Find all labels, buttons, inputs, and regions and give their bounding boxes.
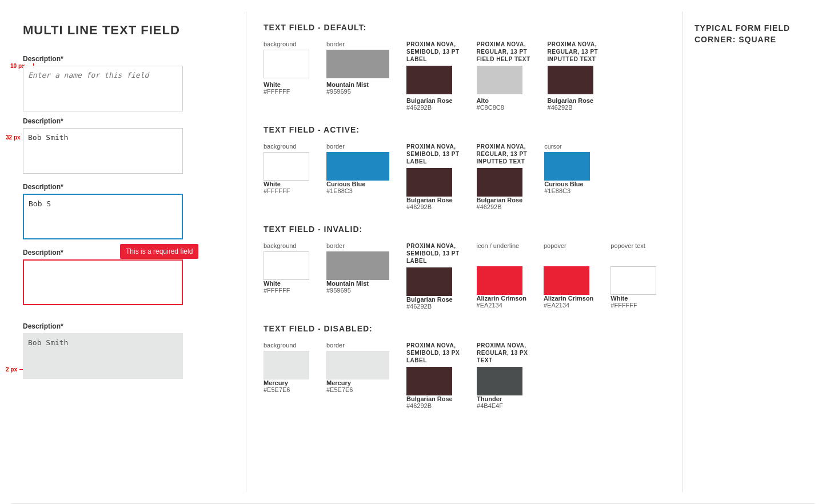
- field-default: Description*: [23, 55, 223, 111]
- invalid-icon-col: icon / underline Alizarin Crimson #EA213…: [477, 242, 526, 309]
- active-cursor-col: cursor Curious Blue #1E88C3: [544, 143, 590, 194]
- active-cursor-swatch: [544, 152, 590, 181]
- invalid-border-swatch: [326, 251, 389, 280]
- field-error-input[interactable]: [23, 259, 183, 305]
- invalid-bg-col: background White #FFFFFF: [264, 242, 309, 294]
- invalid-bg-swatch: [264, 251, 309, 280]
- corner-info-title: TYPICAL FORM FIELD CORNER: SQUARE: [695, 23, 815, 45]
- active-border-swatch: [326, 152, 389, 181]
- page-title: MULTI LINE TEXT FIELD: [23, 23, 223, 38]
- annotation-2px-label: 2 px: [6, 366, 17, 373]
- error-tooltip: This is a required field: [120, 244, 198, 259]
- default-label-typo: PROXIMA NOVA,SEMIBOLD, 13 PTlabel Bulgar…: [406, 41, 460, 111]
- active-border-col: border Curious Blue #1E88C3: [326, 143, 389, 194]
- section-active-title: TEXT FIELD - ACTIVE:: [264, 125, 665, 134]
- field-filled: Description* Bob Smith: [23, 117, 223, 174]
- field-filled-label: Description*: [23, 117, 223, 125]
- field-error: Description* This is a required field !: [23, 249, 223, 305]
- field-active: Description* Bob S: [23, 183, 223, 239]
- section-disabled-title: TEXT FIELD - DISABLED:: [264, 324, 665, 333]
- default-help-swatch: [477, 66, 522, 94]
- disabled-label-typo-desc: PROXIMA NOVA,SEMIBOLD, 13 PXlabel: [406, 342, 460, 364]
- field-filled-input[interactable]: Bob Smith: [23, 128, 183, 174]
- main-content: MULTI LINE TEXT FIELD 10 px Description*…: [0, 0, 826, 503]
- invalid-popover-text-swatch: [610, 266, 656, 295]
- active-label-swatch: [406, 168, 452, 197]
- active-input-swatch: [477, 168, 522, 197]
- active-bg-swatch: [264, 152, 309, 181]
- invalid-label-typo: PROXIMA NOVA,SEMIBOLD, 13 PTlabel Bulgar…: [406, 242, 460, 310]
- invalid-popover-text-col: popover text White #FFFFFF: [610, 242, 656, 309]
- disabled-text-swatch: [477, 367, 522, 395]
- disabled-bg-col: background Mercury #E5E7E6: [264, 342, 309, 393]
- left-panel: MULTI LINE TEXT FIELD 10 px Description*…: [0, 11, 246, 492]
- invalid-popover-swatch: [544, 266, 589, 295]
- field-default-input[interactable]: [23, 66, 183, 111]
- field-disabled-input: Bob Smith: [23, 333, 183, 379]
- active-label-typo-desc: PROXIMA NOVA,SEMIBOLD, 13 PTlabel: [406, 143, 460, 165]
- default-bg-swatch: [264, 50, 309, 78]
- annotation-32px-label: 32 px: [6, 134, 21, 141]
- default-input-typo: PROXIMA NOVA,REGULAR, 13 PTinputted text…: [548, 41, 598, 111]
- disabled-label-swatch: [406, 367, 452, 395]
- default-label-swatch: [406, 66, 452, 94]
- disabled-text-typo: PROXIMA NOVA,REGULAR, 13 PXtext Thunder …: [477, 342, 528, 409]
- disabled-label-typo: PROXIMA NOVA,SEMIBOLD, 13 PXlabel Bulgar…: [406, 342, 460, 409]
- disabled-text-typo-desc: PROXIMA NOVA,REGULAR, 13 PXtext: [477, 342, 528, 364]
- active-bg-col: background White #FFFFFF: [264, 143, 309, 194]
- invalid-label-swatch: [406, 267, 452, 296]
- active-input-typo-desc: PROXIMA NOVA,REGULAR, 13 PTinputted text: [477, 143, 528, 165]
- section-active: TEXT FIELD - ACTIVE: background White #F…: [264, 125, 665, 210]
- default-input-swatch: [548, 66, 593, 94]
- disabled-bg-swatch: [264, 351, 309, 379]
- field-disabled: Description* Bob Smith: [23, 322, 223, 379]
- page: MULTI LINE TEXT FIELD 10 px Description*…: [0, 0, 826, 504]
- section-default-title: TEXT FIELD - DEFAULT:: [264, 23, 665, 32]
- invalid-label-typo-desc: PROXIMA NOVA,SEMIBOLD, 13 PTlabel: [406, 242, 460, 265]
- section-disabled: TEXT FIELD - DISABLED: background Mercur…: [264, 324, 665, 409]
- field-disabled-label: Description*: [23, 322, 223, 330]
- section-invalid-title: TEXT FIELD - INVALID:: [264, 225, 665, 234]
- field-active-label: Description*: [23, 183, 223, 191]
- default-input-typo-desc: PROXIMA NOVA,REGULAR, 13 PTinputted text: [548, 41, 598, 63]
- field-default-label: Description*: [23, 55, 223, 63]
- invalid-icon-swatch: [477, 266, 522, 295]
- invalid-border-col: border Mountain Mist #959695: [326, 242, 389, 294]
- active-label-typo: PROXIMA NOVA,SEMIBOLD, 13 PTlabel Bulgar…: [406, 143, 460, 210]
- default-border-col: border Mountain Mist #959695: [326, 41, 389, 95]
- default-label-typo-desc: PROXIMA NOVA,SEMIBOLD, 13 PTlabel: [406, 41, 460, 63]
- section-invalid: TEXT FIELD - INVALID: background White #…: [264, 225, 665, 310]
- active-input-typo: PROXIMA NOVA,REGULAR, 13 PTinputted text…: [477, 143, 528, 210]
- disabled-border-swatch: [326, 351, 389, 379]
- far-right-panel: TYPICAL FORM FIELD CORNER: SQUARE: [683, 11, 826, 492]
- field-active-input[interactable]: Bob S: [23, 194, 183, 239]
- default-bg-col: background White #FFFFFF: [264, 41, 309, 95]
- section-default: TEXT FIELD - DEFAULT: background White #…: [264, 23, 665, 111]
- default-help-typo: PROXIMA NOVA,REGULAR, 13 PTfield help te…: [477, 41, 530, 111]
- invalid-popover-col: popover Alizarin Crimson #EA2134: [544, 242, 593, 309]
- right-panel: TEXT FIELD - DEFAULT: background White #…: [246, 11, 683, 492]
- default-help-typo-desc: PROXIMA NOVA,REGULAR, 13 PTfield help te…: [477, 41, 530, 63]
- default-border-swatch: [326, 50, 389, 78]
- disabled-border-col: border Mercury #E5E7E6: [326, 342, 389, 393]
